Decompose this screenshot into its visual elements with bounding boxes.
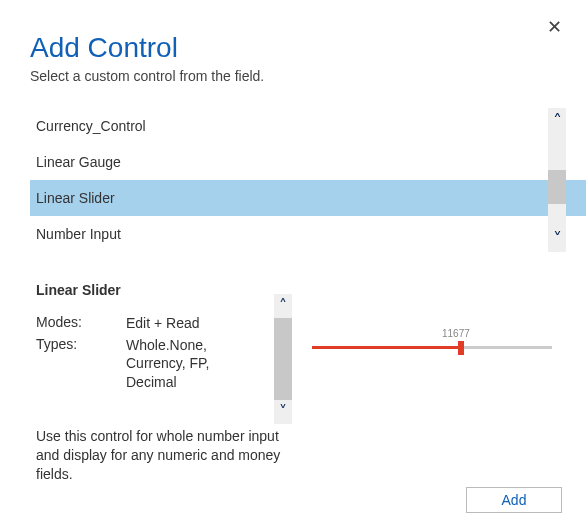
dialog-footer: Add <box>466 487 562 513</box>
control-list-wrap: Currency_Control Linear Gauge Linear Sli… <box>0 108 586 252</box>
chevron-down-icon[interactable]: ˅ <box>553 226 562 252</box>
list-item-number-input[interactable]: Number Input <box>30 216 586 252</box>
modes-label: Modes: <box>36 314 126 332</box>
list-item-linear-slider[interactable]: Linear Slider <box>30 180 586 216</box>
close-icon[interactable]: ✕ <box>547 18 562 36</box>
modes-value: Edit + Read <box>126 314 261 332</box>
control-preview: 11677 <box>312 328 562 349</box>
types-value: Whole.None, Currency, FP, Decimal <box>126 336 261 391</box>
scrollbar-thumb[interactable] <box>548 170 566 204</box>
slider-fill <box>312 346 461 349</box>
types-label: Types: <box>36 336 126 391</box>
list-scrollbar[interactable]: ˄ ˅ <box>548 108 566 252</box>
control-list: Currency_Control Linear Gauge Linear Sli… <box>0 108 586 252</box>
chevron-down-icon[interactable]: ˅ <box>274 400 292 424</box>
add-button[interactable]: Add <box>466 487 562 513</box>
detail-title: Linear Slider <box>36 282 556 298</box>
preview-value-label: 11677 <box>442 328 470 339</box>
page-title: Add Control <box>30 32 556 64</box>
chevron-up-icon[interactable]: ˄ <box>553 108 562 134</box>
detail-panel: Linear Slider Modes: Edit + Read Types: … <box>0 252 586 483</box>
slider-thumb[interactable] <box>458 341 464 355</box>
chevron-up-icon[interactable]: ˄ <box>274 294 292 318</box>
page-subtitle: Select a custom control from the field. <box>30 68 556 84</box>
list-item-currency-control[interactable]: Currency_Control <box>30 108 586 144</box>
detail-description: Use this control for whole number input … <box>36 427 281 484</box>
scrollbar-thumb[interactable] <box>274 318 292 400</box>
slider-track[interactable] <box>312 346 552 349</box>
dialog-header: Add Control Select a custom control from… <box>0 0 586 90</box>
detail-scrollbar[interactable]: ˄ ˅ <box>274 294 292 424</box>
list-item-linear-gauge[interactable]: Linear Gauge <box>30 144 586 180</box>
